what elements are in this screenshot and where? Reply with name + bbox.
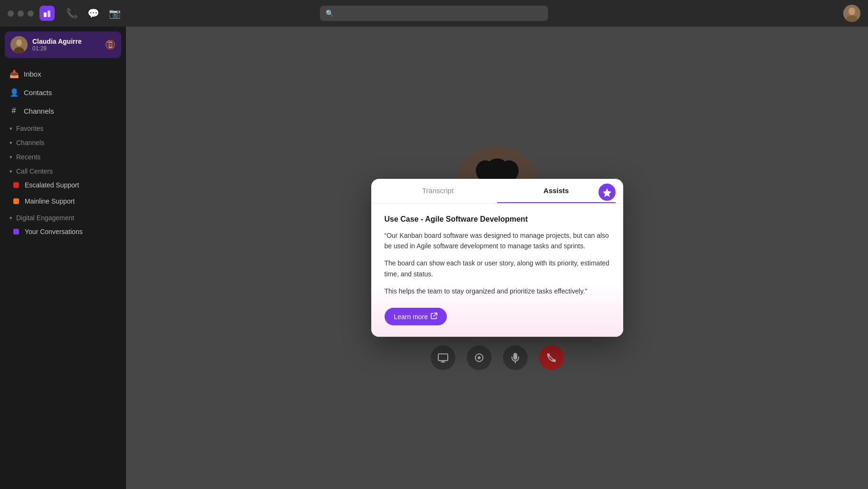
modal-body: Use Case - Agile Software Development “O…: [371, 204, 623, 337]
window-controls: [8, 10, 34, 17]
sidebar-item-channels-label: Channels: [24, 107, 54, 115]
call-end-icon[interactable]: 📵: [105, 39, 116, 50]
channels-section-label: Channels: [16, 139, 44, 147]
digital-engagement-label: Digital Engagement: [16, 214, 74, 222]
favorites-label: Favorites: [16, 125, 44, 132]
search-icon: 🔍: [326, 10, 334, 17]
hash-icon: #: [10, 107, 18, 115]
minimize-button[interactable]: [18, 10, 24, 17]
modal-tabs: Transcript Assists: [371, 179, 623, 204]
your-conversations-dot: [13, 229, 19, 235]
recents-section-header[interactable]: ▾ Recents: [0, 148, 126, 163]
svg-point-3: [849, 8, 855, 15]
active-call-item[interactable]: Claudia Aguirre 01:28 📵: [5, 31, 121, 58]
learn-more-label: Learn more: [394, 313, 428, 321]
sidebar-item-your-conversations[interactable]: Your Conversations: [0, 224, 126, 240]
favorites-section-header[interactable]: ▾ Favorites: [0, 120, 126, 134]
call-centers-section-header[interactable]: ▾ Call Centers: [0, 163, 126, 177]
recents-label: Recents: [16, 153, 40, 161]
call-centers-label: Call Centers: [16, 167, 53, 175]
sidebar-nav: 📥 Inbox 👤 Contacts # Channels ▾ Favorite…: [0, 61, 126, 244]
escalated-support-label: Escalated Support: [25, 181, 79, 189]
use-case-title: Use Case - Agile Software Development: [385, 215, 610, 224]
message-icon[interactable]: 💬: [87, 8, 99, 19]
recents-chevron-icon: ▾: [10, 154, 12, 160]
main-layout: Claudia Aguirre 01:28 📵 📥 Inbox 👤 Contac…: [0, 27, 868, 489]
active-call-duration: 01:28: [32, 45, 100, 52]
sidebar-item-escalated-support[interactable]: Escalated Support: [0, 177, 126, 193]
active-call-avatar: [10, 36, 28, 53]
search-bar[interactable]: 🔍: [320, 6, 548, 21]
sidebar-item-inbox-label: Inbox: [24, 70, 41, 78]
learn-more-button[interactable]: Learn more: [385, 308, 447, 325]
inbox-icon: 📥: [10, 69, 18, 78]
user-avatar[interactable]: [843, 5, 860, 22]
video-icon[interactable]: 📷: [109, 8, 121, 19]
app-logo: [39, 6, 55, 21]
channels-section-header[interactable]: ▾ Channels: [0, 134, 126, 148]
active-call-name: Claudia Aguirre: [32, 38, 100, 45]
sidebar-item-channels[interactable]: # Channels: [0, 102, 126, 120]
phone-icon[interactable]: 📞: [66, 8, 78, 19]
mainline-support-dot: [13, 198, 19, 204]
sidebar-item-inbox[interactable]: 📥 Inbox: [0, 65, 126, 83]
main-content: Ai Enabled Claudia Aguirre 555-567-5309 …: [126, 27, 868, 489]
sidebar-item-contacts[interactable]: 👤 Contacts: [0, 83, 126, 102]
call-centers-chevron-icon: ▾: [10, 168, 12, 175]
your-conversations-label: Your Conversations: [25, 228, 83, 235]
title-bar-icons: 📞 💬 📷: [66, 8, 121, 19]
digital-engagement-section-header[interactable]: ▾ Digital Engagement: [0, 209, 126, 224]
svg-marker-21: [603, 188, 611, 197]
assists-modal: Transcript Assists Use Case - Agile Soft…: [371, 179, 623, 337]
tab-assists[interactable]: Assists: [497, 179, 616, 203]
use-case-paragraph-1: “Our Kanban board software was designed …: [385, 230, 610, 252]
sidebar-item-contacts-label: Contacts: [24, 88, 52, 97]
channels-chevron-icon: ▾: [10, 140, 12, 146]
maximize-button[interactable]: [28, 10, 34, 17]
contacts-icon: 👤: [10, 88, 18, 97]
modal-overlay: Transcript Assists Use Case - Agile Soft…: [126, 27, 868, 489]
tab-transcript[interactable]: Transcript: [379, 179, 497, 203]
sidebar-item-mainline-support[interactable]: Mainline Support: [0, 193, 126, 209]
ai-modal-icon: [598, 184, 616, 201]
close-button[interactable]: [8, 10, 14, 17]
svg-line-22: [434, 313, 437, 316]
mainline-support-label: Mainline Support: [25, 197, 75, 205]
use-case-paragraph-2: The board can show each task or user sto…: [385, 258, 610, 279]
svg-point-6: [16, 39, 22, 46]
active-call-info: Claudia Aguirre 01:28: [32, 38, 100, 52]
digital-engagement-chevron-icon: ▾: [10, 215, 12, 221]
svg-rect-1: [48, 10, 50, 17]
use-case-paragraph-3: This helps the team to stay organized an…: [385, 286, 610, 296]
sidebar: Claudia Aguirre 01:28 📵 📥 Inbox 👤 Contac…: [0, 27, 126, 489]
escalated-support-dot: [13, 182, 19, 188]
svg-rect-0: [44, 12, 47, 17]
favorites-chevron-icon: ▾: [10, 126, 12, 132]
external-link-icon: [431, 313, 437, 321]
title-bar: 📞 💬 📷 🔍: [0, 0, 868, 27]
search-input[interactable]: [338, 10, 542, 17]
